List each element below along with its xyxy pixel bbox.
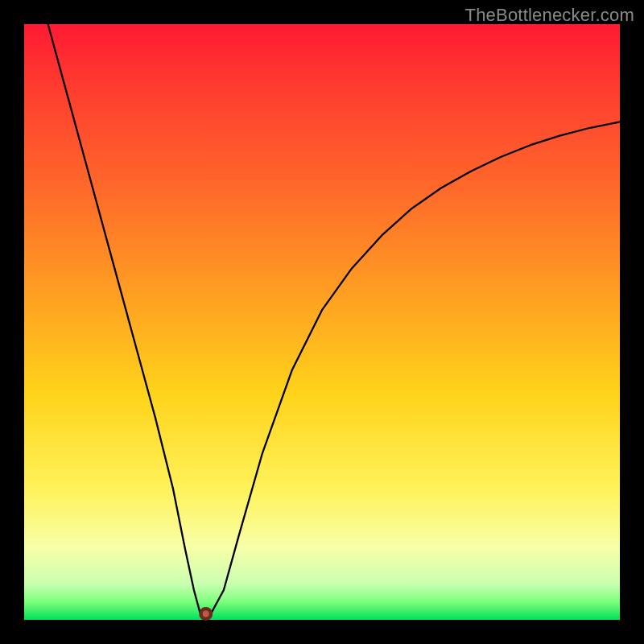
minimum-marker: [200, 609, 211, 619]
chart-svg: [24, 24, 620, 620]
chart-frame: TheBottlenecker.com: [0, 0, 644, 644]
bottleneck-curve: [48, 24, 620, 614]
watermark-text: TheBottlenecker.com: [465, 5, 634, 26]
plot-area: [24, 24, 620, 620]
